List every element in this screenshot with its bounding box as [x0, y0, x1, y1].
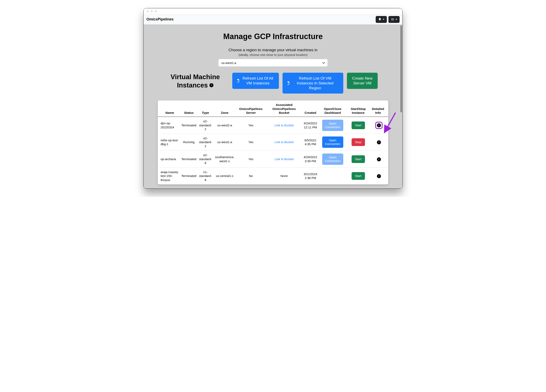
info-icon[interactable]: i [377, 140, 381, 144]
window-close-dot[interactable] [146, 10, 149, 13]
cell-type: e2-standard-2 [198, 117, 214, 134]
col-type: Type [198, 100, 214, 117]
bell-icon [378, 18, 382, 21]
caret-down-icon [383, 19, 384, 20]
cell-created: 4/29/20223:39 PM [302, 151, 318, 168]
vm-table-card: Name Status Type Zone OmicsPipelines Ser… [158, 100, 388, 185]
vertical-scrollbar[interactable] [400, 25, 402, 112]
table-row: araja-rnaseq-test-150-8vcpusTerminatedn1… [158, 167, 388, 185]
col-bucket: Associated OmicsPipelines Bucket [266, 100, 302, 117]
bucket-link[interactable]: Link to Bucket [275, 157, 294, 161]
cell-created: 3/21/20192:38 PM [302, 167, 318, 185]
region-select-value: us-west1-a [221, 61, 236, 64]
app-bar: OmicsPipelines [143, 14, 403, 25]
info-icon[interactable]: i [377, 123, 381, 127]
bucket-link[interactable]: Link to Bucket [275, 140, 294, 144]
table-row: mihir-op-test-dbg-1Runninge2-standard-2u… [158, 134, 388, 151]
start-button[interactable]: Start [351, 155, 365, 163]
table-row: djm-op-20220324Terminatede2-standard-2us… [158, 117, 388, 134]
cell-name: mihir-op-test-dbg-1 [158, 134, 180, 151]
cell-dashboard: OpenConnection [318, 134, 347, 151]
section-heading-line2: Instances [177, 81, 208, 89]
region-help-text: Choose a region to manage your virtual m… [143, 48, 403, 52]
app-window: OmicsPipelines Manage GCP Infrastructure… [143, 8, 403, 189]
region-help-subtext: (ideally, choose one close to your physi… [143, 53, 403, 57]
cell-zone: southamerica-west1-c [213, 151, 236, 168]
cell-name: djm-op-20220324 [158, 117, 180, 134]
cell-server: Yes [236, 134, 266, 151]
settings-button[interactable] [389, 16, 400, 23]
cell-info: i [369, 167, 388, 185]
start-button[interactable]: Start [351, 122, 365, 129]
col-name: Name [158, 100, 180, 117]
cell-status: Terminated [180, 117, 197, 134]
cell-dashboard [318, 167, 347, 185]
col-info: Detailed Info [369, 100, 388, 117]
open-connection-button[interactable]: OpenConnection [322, 120, 343, 131]
cell-status: Terminated [180, 167, 197, 185]
cell-startstop: Start [347, 151, 369, 168]
cell-created: 6/5/20224:35 PM [302, 134, 318, 151]
cell-info: i [369, 134, 388, 151]
cell-type: n1-standard-8 [198, 167, 214, 185]
info-icon[interactable]: i [209, 83, 214, 87]
main-viewport: Manage GCP Infrastructure Choose a regio… [143, 25, 403, 188]
cell-bucket: Link to Bucket [266, 134, 302, 151]
cell-name: araja-rnaseq-test-150-8vcpus [158, 167, 180, 185]
col-dashboard: Open/Close Dashboard [318, 100, 347, 117]
notifications-button[interactable] [376, 16, 387, 23]
cell-startstop: Stop [347, 134, 369, 151]
cell-status: Running [180, 134, 197, 151]
cell-server: No [236, 167, 266, 185]
col-created: Created [302, 100, 318, 117]
window-zoom-dot[interactable] [155, 10, 157, 13]
col-zone: Zone [213, 100, 236, 117]
window-titlebar [143, 8, 403, 14]
page-title: Manage GCP Infrastructure [143, 25, 403, 41]
col-status: Status [180, 100, 197, 117]
col-server: OmicsPipelines Server [236, 100, 266, 117]
bucket-link[interactable]: Link to Bucket [275, 123, 294, 127]
cell-info: i [369, 117, 388, 134]
cell-status: Terminated [180, 151, 197, 168]
section-heading-line1: Virtual Machine [170, 73, 220, 81]
cell-zone: us-west2-a [213, 117, 236, 134]
stop-button[interactable]: Stop [351, 138, 365, 146]
start-button[interactable]: Start [351, 172, 365, 180]
info-icon[interactable]: i [377, 174, 381, 178]
refresh-all-button[interactable]: Refresh List Of All VM Instances [232, 73, 279, 89]
cell-type: e2-standard-2 [198, 134, 214, 151]
cell-info: i [369, 151, 388, 168]
cell-created: 3/24/202212:11 PM [302, 117, 318, 134]
table-row: op-archanaTerminatede2-standard-8southam… [158, 151, 388, 168]
refresh-icon [287, 81, 289, 85]
vm-table: Name Status Type Zone OmicsPipelines Ser… [158, 100, 388, 185]
create-vm-label: Create New Server VM [351, 76, 373, 86]
cell-type: e2-standard-8 [198, 151, 214, 168]
cell-bucket: Link to Bucket [266, 117, 302, 134]
cell-zone: us-central1-c [213, 167, 236, 185]
open-connection-button[interactable]: OpenConnection [322, 136, 343, 148]
section-heading: Virtual Machine Instances i [162, 73, 229, 90]
refresh-all-label: Refresh List Of All VM Instances [241, 76, 274, 86]
scrollbar-thumb[interactable] [400, 25, 402, 112]
create-vm-button[interactable]: Create New Server VM [347, 73, 378, 89]
cell-name: op-archana [158, 151, 180, 168]
cell-server: Yes [236, 151, 266, 168]
refresh-region-button[interactable]: Refresh List Of VM Instances In Selected… [283, 73, 343, 94]
info-icon[interactable]: i [377, 157, 381, 161]
refresh-icon [237, 79, 239, 83]
window-minimize-dot[interactable] [150, 10, 153, 13]
cell-startstop: Start [347, 167, 369, 185]
cell-bucket: Link to Bucket [266, 151, 302, 168]
cell-bucket: None [266, 167, 302, 185]
chevron-down-icon [322, 61, 325, 64]
region-select[interactable]: us-west1-a [218, 59, 328, 67]
col-startstop: Start/Stop Instance [347, 100, 369, 117]
refresh-region-label: Refresh List Of VM Instances In Selected… [292, 76, 339, 90]
cell-zone: us-west1-a [213, 134, 236, 151]
caret-down-icon [396, 19, 397, 20]
cell-dashboard: OpenConnection [318, 117, 347, 134]
brand-title: OmicsPipelines [146, 17, 174, 21]
open-connection-button[interactable]: OpenConnection [322, 154, 343, 165]
